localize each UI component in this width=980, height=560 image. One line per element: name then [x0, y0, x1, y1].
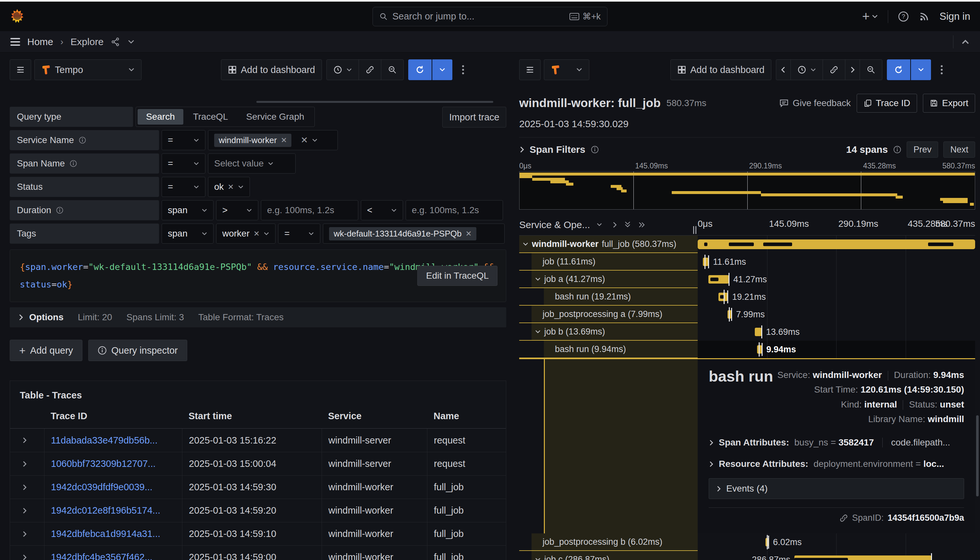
- import-trace-button[interactable]: Import trace: [442, 107, 506, 128]
- query-history-button[interactable]: [10, 59, 31, 80]
- status-operator-select[interactable]: =: [162, 177, 205, 197]
- sign-in-button[interactable]: Sign in: [940, 11, 970, 22]
- col-service[interactable]: Service: [322, 404, 427, 428]
- span-duration-bar[interactable]: [794, 555, 931, 560]
- query-type-service-graph[interactable]: Service Graph: [238, 109, 313, 125]
- chevron-down-icon[interactable]: [128, 39, 135, 45]
- collapse-one-icon[interactable]: [612, 221, 617, 228]
- span-name[interactable]: job (11.61ms): [519, 253, 698, 271]
- span-bar-cell[interactable]: 41.27ms: [698, 271, 975, 288]
- resource-attributes-row[interactable]: Resource Attributes: deployment.environm…: [709, 459, 964, 469]
- span-duration-bar[interactable]: [708, 275, 728, 283]
- zoom-out-button[interactable]: [860, 59, 882, 80]
- span-row[interactable]: job b (13.69ms)13.69ms: [519, 323, 975, 341]
- trace-minimap[interactable]: [519, 171, 975, 210]
- duration-max-input[interactable]: e.g. 100ms, 1.2s: [406, 200, 503, 220]
- span-row[interactable]: job_postprocessing a (7.99ms)7.99ms: [519, 306, 975, 323]
- global-search-input[interactable]: Search or jump to... ⌘+k: [373, 7, 607, 26]
- shift-time-back-button[interactable]: [776, 59, 791, 80]
- expand-all-icon[interactable]: [638, 221, 646, 228]
- query-type-traceql[interactable]: TraceQL: [185, 109, 237, 125]
- chevron-right-icon[interactable]: [22, 530, 27, 538]
- add-to-dashboard-button[interactable]: Add to dashboard: [221, 59, 322, 80]
- query-type-search[interactable]: Search: [138, 109, 183, 125]
- add-query-button[interactable]: +Add query: [10, 340, 82, 361]
- shift-time-forward-button[interactable]: [845, 59, 860, 80]
- vertical-scrollbar[interactable]: [976, 415, 979, 497]
- collapse-up-icon[interactable]: [961, 39, 970, 45]
- breadcrumb-explore[interactable]: Explore: [70, 36, 103, 47]
- trace-id-link[interactable]: 1942dbfc4be3567f462...: [51, 552, 153, 560]
- chevron-right-icon[interactable]: [22, 460, 27, 468]
- query-options-row[interactable]: Options Limit: 20 Spans Limit: 3 Table F…: [10, 307, 506, 327]
- duration-min-input[interactable]: e.g. 100ms, 1.2s: [261, 200, 358, 220]
- span-row[interactable]: job c (286.87ms)286.87ms: [519, 551, 975, 560]
- remove-tag-icon[interactable]: ✕: [253, 229, 260, 238]
- clear-icon[interactable]: ✕: [300, 135, 308, 145]
- next-span-button[interactable]: Next: [943, 142, 975, 158]
- tag-key-select[interactable]: worker✕: [216, 223, 275, 244]
- row-expander[interactable]: [10, 522, 44, 545]
- remove-chip-icon[interactable]: ✕: [465, 229, 472, 238]
- chevron-right-icon[interactable]: [519, 146, 524, 153]
- col-start-time[interactable]: Start time: [182, 404, 322, 428]
- service-name-chip[interactable]: windmill-worker✕: [214, 134, 292, 147]
- time-picker-button[interactable]: [790, 59, 823, 80]
- help-button[interactable]: ?: [898, 11, 909, 22]
- col-trace-id[interactable]: Trace ID: [44, 404, 182, 428]
- span-bar-cell[interactable]: 11.61ms: [698, 253, 975, 271]
- trace-id-button[interactable]: Trace ID: [857, 94, 917, 113]
- menu-toggle-button[interactable]: [10, 36, 20, 48]
- chevron-right-icon[interactable]: [22, 484, 27, 491]
- service-name-value-select[interactable]: windmill-worker✕ ✕: [208, 130, 338, 150]
- span-duration-bar[interactable]: [755, 328, 762, 336]
- duration-scope-select[interactable]: span: [162, 200, 213, 220]
- span-bar-cell[interactable]: 9.94ms: [698, 341, 975, 358]
- duration-gt-operator-select[interactable]: >: [216, 200, 258, 220]
- span-row[interactable]: windmill-workerfull_job (580.37ms): [519, 235, 975, 253]
- span-bar-cell[interactable]: 6.02ms: [698, 533, 975, 551]
- trace-id-link[interactable]: 1060bbf732309b12707...: [51, 458, 156, 469]
- add-to-dashboard-button[interactable]: Add to dashboard: [670, 59, 771, 80]
- span-row[interactable]: bash run (19.21ms)19.21ms: [519, 288, 975, 306]
- run-query-interval-button[interactable]: [911, 59, 931, 80]
- trace-id-link[interactable]: 1942dbfebca1d9914a31...: [51, 528, 160, 539]
- give-feedback-button[interactable]: Give feedback: [779, 98, 851, 108]
- chevron-right-icon[interactable]: [22, 507, 27, 514]
- horizontal-scrollbar[interactable]: [257, 101, 493, 103]
- service-operation-column-header[interactable]: Service & Ope...: [519, 219, 590, 230]
- span-name[interactable]: job c (286.87ms): [519, 551, 698, 560]
- run-query-interval-button[interactable]: [432, 59, 452, 80]
- tag-operator-select[interactable]: =: [278, 223, 320, 244]
- span-name[interactable]: bash run (9.94ms): [519, 341, 698, 358]
- span-name[interactable]: job b (13.69ms): [519, 323, 698, 341]
- panel-menu-button[interactable]: [458, 63, 468, 76]
- expander-icon[interactable]: [535, 277, 541, 281]
- news-button[interactable]: [919, 11, 930, 22]
- row-expander[interactable]: [10, 452, 44, 475]
- tag-scope-select[interactable]: span: [162, 223, 213, 244]
- tag-value-select[interactable]: wk-default-133114d6a91e-PSPQb✕: [323, 223, 505, 244]
- events-row[interactable]: Events (4): [709, 478, 964, 499]
- span-bar-cell[interactable]: 13.69ms: [698, 323, 975, 341]
- chevron-down-icon[interactable]: [597, 223, 602, 227]
- run-query-button[interactable]: [408, 59, 432, 80]
- duration-lt-operator-select[interactable]: <: [361, 200, 403, 220]
- span-filters-label[interactable]: Span Filters: [530, 144, 585, 155]
- share-icon[interactable]: [111, 37, 120, 47]
- trace-id-link[interactable]: 1942dc039dfdf9e0039...: [51, 482, 153, 493]
- remove-value-icon[interactable]: ✕: [228, 183, 234, 192]
- span-bar-cell[interactable]: 7.99ms: [698, 306, 975, 323]
- span-name[interactable]: windmill-workerfull_job (580.37ms): [519, 235, 698, 253]
- column-resize-handle[interactable]: [693, 226, 697, 234]
- span-name[interactable]: job_postprocessing b (6.02ms): [519, 533, 698, 551]
- span-name-operator-select[interactable]: =: [162, 153, 205, 173]
- copy-link-button[interactable]: [358, 59, 381, 80]
- datasource-picker[interactable]: Tempo: [34, 59, 142, 80]
- row-expander[interactable]: [10, 546, 44, 560]
- span-attributes-row[interactable]: Span Attributes: busy_ns = 3582417 code.…: [709, 437, 964, 448]
- col-name[interactable]: Name: [427, 404, 506, 428]
- span-bar-cell[interactable]: 286.87ms: [698, 551, 975, 560]
- status-value-select[interactable]: ok✕: [208, 177, 250, 197]
- span-row[interactable]: bash run (9.94ms)9.94ms: [519, 341, 975, 358]
